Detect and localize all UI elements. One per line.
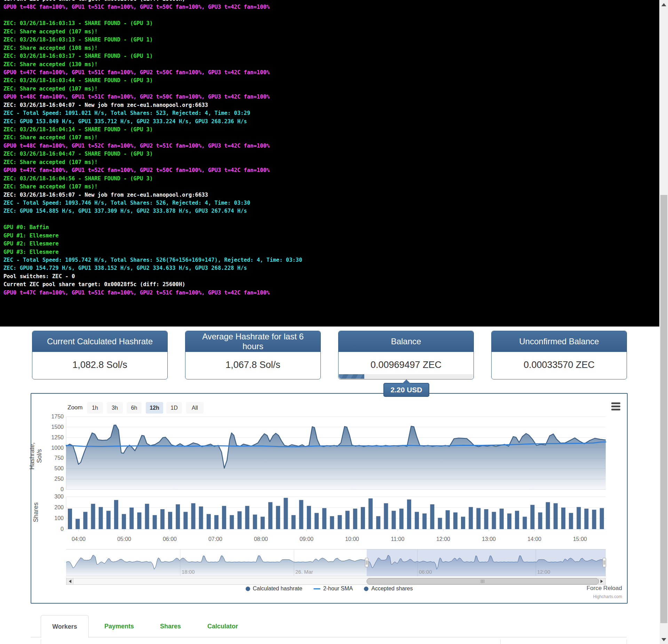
console-line: ZEC: 03/26/18-16:04:56 - SHARE FOUND - (… [3, 175, 659, 183]
x-axis-tick-label: 10:00 [341, 536, 363, 542]
chart-legend: Calculated hashrate2-hour SMAAccepted sh… [31, 586, 628, 592]
stat-card-value: 0.00969497 ZEC [339, 352, 474, 378]
console-line: ZEC: Share accepted (107 ms)! [3, 28, 659, 36]
x-axis-tick-label: 07:00 [204, 536, 226, 542]
scrollbar-up-arrow-icon[interactable] [660, 0, 668, 9]
console-line: ZEC: GPU0 154.729 H/s, GPU1 338.152 H/s,… [3, 264, 659, 272]
workers-table-column-border [500, 639, 501, 644]
shares-tick-label: 100 [43, 515, 64, 521]
console-line: ZEC: 03/26/18-16:03:17 - SHARE FOUND - (… [3, 52, 659, 60]
hashrate-tick-label: 1500 [43, 424, 64, 430]
console-line: ZEC: Share accepted (107 ms)! [3, 183, 659, 191]
console-line: ZEC: 03/26/18-16:03:44 - SHARE FOUND - (… [3, 77, 659, 85]
navigator-axis-label: 26. Mar [295, 569, 313, 575]
console-line: GPU #1: Ellesmere [3, 232, 659, 240]
console-line: GPU0 t=47C fan=100%, GPU1 t=51C fan=100%… [3, 289, 659, 297]
balance-usd-value: 2.20 USD [390, 386, 422, 394]
shares-tick-label: 200 [43, 504, 64, 511]
legend-item-calculated-hashrate[interactable]: Calculated hashrate [246, 586, 302, 592]
zoom-range-label: Zoom [67, 404, 82, 411]
console-line: ZEC: GPU0 154.885 H/s, GPU1 337.309 H/s,… [3, 207, 659, 215]
tab-payments[interactable]: Payments [96, 615, 143, 637]
console-line: ZEC: Share accepted (107 ms)! [3, 158, 659, 166]
zoom-range-button-1d[interactable]: 1D [166, 402, 182, 414]
console-line: ZEC: 03/26/18-16:04:14 - SHARE FOUND - (… [3, 126, 659, 134]
console-line: ZEC: 03/26/18-16:05:07 - New job from ze… [3, 191, 659, 199]
console-line: ZEC - Total Speed: 1091.021 H/s, Total S… [3, 109, 659, 117]
zoom-range-button-1h[interactable]: 1h [87, 402, 103, 414]
series-dot-icon [246, 587, 250, 591]
console-line: ZEC: GPU0 153.849 H/s, GPU1 335.712 H/s,… [3, 118, 659, 126]
hashrate-tick-label: 1750 [43, 414, 64, 420]
navigator-axis-label: 06:00 [419, 569, 432, 575]
console-line: GPU0 t=47C fan=100%, GPU1 t=52C fan=100%… [3, 166, 659, 174]
console-line: ZEC - Total Speed: 1095.742 H/s, Total S… [3, 256, 659, 264]
hashrate-axis-title: Hashrate, Sol/s [29, 435, 43, 477]
zoom-range-button-12h[interactable]: 12h [146, 402, 163, 414]
console-line: GPU0 t=48C fan=100%, GPU1 t=51C fan=100%… [3, 93, 659, 101]
hashrate-tick-label: 750 [43, 455, 64, 461]
force-reload-link[interactable]: Force Reload [587, 585, 622, 592]
nanopool-mining-dashboard: Current ZEC pool share target: 0x00028f5… [0, 0, 668, 644]
console-line [3, 215, 659, 223]
console-line: GPU #0: Baffin [3, 223, 659, 231]
stat-card-title: Balance [339, 331, 474, 352]
console-line: GPU #3: Ellesmere [3, 248, 659, 256]
highcharts-credit-link[interactable]: Highcharts.com [593, 594, 622, 599]
browser-scrollbar[interactable] [660, 0, 668, 644]
console-line [3, 11, 659, 19]
navigator-axis-label: 12:00 [537, 569, 550, 575]
workers-table-left-border [41, 639, 41, 644]
x-axis-tick-label: 13:00 [478, 536, 500, 542]
zoom-range-button-all[interactable]: All [186, 402, 204, 414]
shares-axis-title: Shares [32, 492, 40, 533]
x-axis-tick-label: 15:00 [569, 536, 591, 542]
scrollbar-down-arrow-icon[interactable] [660, 635, 668, 644]
x-axis-tick-label: 12:00 [432, 536, 454, 542]
console-line: ZEC: 03/26/18-16:04:07 - New job from ze… [3, 101, 659, 109]
tab-calculator[interactable]: Calculator [197, 615, 249, 637]
shares-tick-label: 300 [43, 494, 64, 500]
console-line: ZEC: Share accepted (107 ms)! [3, 85, 659, 93]
tab-workers[interactable]: Workers [41, 615, 89, 638]
console-line: GPU #2: Ellesmere [3, 240, 659, 248]
legend-label: Calculated hashrate [253, 586, 302, 592]
x-axis-tick-label: 14:00 [523, 536, 546, 542]
legend-item-accepted-shares[interactable]: Accepted shares [364, 586, 413, 592]
navigator-axis-label: 18:00 [182, 569, 195, 575]
x-axis-tick-label: 06:00 [159, 536, 181, 542]
series-dot-icon [364, 587, 368, 591]
console-line: ZEC: Share accepted (130 ms)! [3, 61, 659, 69]
scrollbar-thumb[interactable] [660, 195, 667, 623]
zoom-range-button-6h[interactable]: 6h [127, 402, 142, 414]
stat-card-unconfirmed-balance: Unconfirmed Balance0.00033570 ZEC [491, 331, 627, 379]
balance-usd-tooltip: 2.20 USD [383, 383, 429, 397]
stat-card-title: Current Calculated Hashrate [32, 331, 167, 352]
stat-card-value: 0.00033570 ZEC [492, 352, 627, 378]
console-line: GPU0 t=48C fan=100%, GPU1 t=52C fan=100%… [3, 142, 659, 150]
x-axis-tick-label: 05:00 [113, 536, 135, 542]
console-line: Current ZEC pool share target: 0x00028f5… [3, 0, 659, 3]
balance-progress-bar [339, 374, 473, 379]
console-line: ZEC: Share accepted (107 ms)! [3, 134, 659, 142]
x-axis-tick-label: 09:00 [295, 536, 318, 542]
stat-card-title: Unconfirmed Balance [492, 331, 627, 352]
workers-table-right-border [627, 639, 627, 644]
stat-card-current-calculated-hashrate: Current Calculated Hashrate1,082.8 Sol/s [32, 331, 168, 379]
chart-context-menu-icon[interactable] [611, 402, 620, 412]
console-line: Current ZEC pool share target: 0x00028f5… [3, 281, 659, 289]
zoom-range-button-3h[interactable]: 3h [107, 402, 123, 414]
hashrate-tick-label: 1000 [43, 445, 64, 451]
legend-label: 2-hour SMA [323, 586, 353, 592]
console-line: GPU0 t=48C fan=100%, GPU1 t=51C fan=100%… [3, 3, 659, 11]
stat-card-balance: Balance0.00969497 ZEC [338, 331, 474, 379]
console-line: GPU0 t=47C fan=100%, GPU1 t=51C fan=100%… [3, 69, 659, 77]
stat-card-value: 1,082.8 Sol/s [32, 352, 167, 378]
stat-card-value: 1,067.8 Sol/s [185, 352, 320, 378]
legend-item--hour-sma[interactable]: 2-hour SMA [313, 586, 353, 592]
tab-shares[interactable]: Shares [151, 615, 190, 637]
sma-line-icon [313, 588, 320, 589]
shares-tick-label: 0 [43, 526, 64, 532]
miner-console-output: Current ZEC pool share target: 0x00028f5… [0, 0, 659, 327]
hashrate-tick-label: 250 [43, 476, 64, 482]
